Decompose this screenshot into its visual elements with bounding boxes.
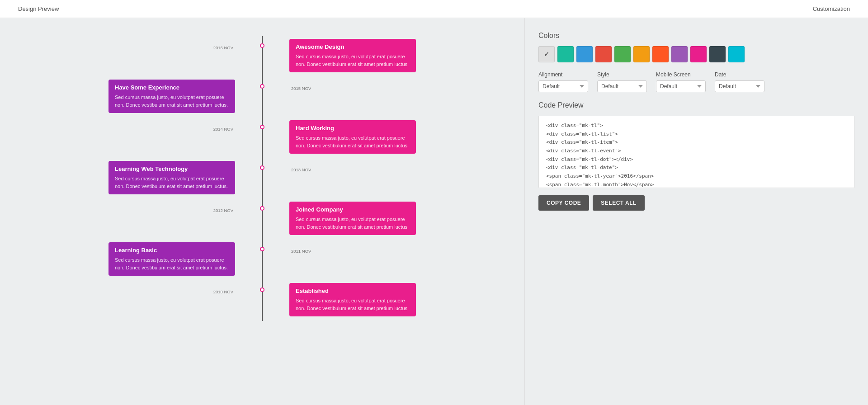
code-line: <span class="mk-tl-year">2016</span> bbox=[546, 172, 847, 181]
timeline-right-col: Awesome Design Sed cursus massa justo, e… bbox=[280, 36, 420, 72]
timeline-card: Joined Company Sed cursus massa justo, e… bbox=[289, 202, 416, 235]
timeline-card-body: Sed cursus massa justo, eu volutpat erat… bbox=[296, 297, 410, 312]
timeline-right-col: Joined Company Sed cursus massa justo, e… bbox=[280, 199, 420, 235]
dropdown-select-mobile_screen[interactable]: DefaultYesNo bbox=[656, 80, 706, 92]
color-swatch-pink[interactable] bbox=[690, 46, 707, 62]
timeline-center bbox=[244, 280, 280, 292]
timeline-left-col: 2016 NOV bbox=[104, 36, 244, 50]
dropdown-label-date: Date bbox=[715, 71, 764, 78]
timeline-date: 2012 NOV bbox=[213, 208, 235, 213]
customization-title: Customization bbox=[813, 5, 850, 12]
timeline-card-title: Learning Web Technology bbox=[115, 165, 229, 172]
timeline-card-title: Established bbox=[296, 287, 410, 294]
color-swatch-orange-red[interactable] bbox=[652, 46, 669, 62]
timeline-row: 2014 NOV Hard Working Sed cursus massa j… bbox=[104, 118, 420, 154]
timeline-card-title: Hard Working bbox=[296, 125, 410, 132]
timeline-card-body: Sed cursus massa justo, eu volutpat erat… bbox=[115, 94, 229, 108]
color-swatch-red[interactable] bbox=[595, 46, 612, 62]
timeline: 2016 NOV Awesome Design Sed cursus massa… bbox=[104, 36, 420, 321]
timeline-card: Established Sed cursus massa justo, eu v… bbox=[289, 283, 416, 316]
button-row: COPY CODE SELECT ALL bbox=[538, 195, 854, 211]
code-line: <div class="mk-tl-dot"></div> bbox=[546, 155, 847, 164]
timeline-card: Awesome Design Sed cursus massa justo, e… bbox=[289, 39, 416, 72]
timeline-dot bbox=[260, 287, 264, 292]
timeline-card-title: Learning Basic bbox=[115, 247, 229, 254]
code-line: <div class="mk-tl"> bbox=[546, 122, 847, 130]
copy-code-button[interactable]: COPY CODE bbox=[538, 195, 589, 211]
code-preview-box[interactable]: <div class="mk-tl"> <div class="mk-tl-li… bbox=[538, 116, 854, 188]
timeline-card-body: Sed cursus massa justo, eu volutpat erat… bbox=[115, 256, 229, 271]
design-preview-panel: 2016 NOV Awesome Design Sed cursus massa… bbox=[0, 18, 524, 405]
code-line: <div class="mk-tl-item"> bbox=[546, 138, 847, 147]
dropdown-group-alignment: AlignmentDefaultLeftRightCenter bbox=[538, 71, 588, 92]
dropdown-select-style[interactable]: DefaultStyle 1Style 2 bbox=[597, 80, 647, 92]
timeline-center bbox=[244, 77, 280, 89]
color-swatch-cyan[interactable] bbox=[728, 46, 745, 62]
timeline-left-col: Learning Web Technology Sed cursus massa… bbox=[104, 158, 244, 194]
color-swatch-teal[interactable] bbox=[557, 46, 574, 62]
timeline-row: 2012 NOV Joined Company Sed cursus massa… bbox=[104, 199, 420, 235]
code-line: <span class="mk-tl-month">Nov</span> bbox=[546, 181, 847, 188]
dropdown-group-style: StyleDefaultStyle 1Style 2 bbox=[597, 71, 647, 92]
timeline-date: 2014 NOV bbox=[213, 127, 235, 132]
dropdown-label-alignment: Alignment bbox=[538, 71, 588, 78]
timeline-left-col: Learning Basic Sed cursus massa justo, e… bbox=[104, 240, 244, 276]
customization-panel: Colors AlignmentDefaultLeftRightCenterSt… bbox=[524, 18, 868, 405]
timeline-center bbox=[244, 36, 280, 48]
timeline-center bbox=[244, 158, 280, 170]
colors-section-title: Colors bbox=[538, 32, 854, 40]
timeline-dot bbox=[260, 43, 264, 48]
timeline-card-body: Sed cursus massa justo, eu volutpat erat… bbox=[296, 53, 410, 68]
timeline-card: Have Some Experience Sed cursus massa ju… bbox=[108, 80, 235, 113]
timeline-date: 2010 NOV bbox=[213, 289, 235, 294]
timeline-card-title: Joined Company bbox=[296, 206, 410, 213]
timeline-card-body: Sed cursus massa justo, eu volutpat erat… bbox=[115, 175, 229, 190]
color-swatch-green[interactable] bbox=[614, 46, 631, 62]
code-preview-section: Code Preview <div class="mk-tl"> <div cl… bbox=[538, 101, 854, 188]
design-preview-title: Design Preview bbox=[18, 5, 59, 12]
dropdowns-row: AlignmentDefaultLeftRightCenterStyleDefa… bbox=[538, 71, 854, 92]
timeline-card-body: Sed cursus massa justo, eu volutpat erat… bbox=[296, 216, 410, 231]
select-all-button[interactable]: SELECT ALL bbox=[593, 195, 645, 211]
timeline-row: Learning Basic Sed cursus massa justo, e… bbox=[104, 240, 420, 276]
timeline-center bbox=[244, 118, 280, 129]
main-container: 2016 NOV Awesome Design Sed cursus massa… bbox=[0, 18, 868, 405]
dropdown-select-alignment[interactable]: DefaultLeftRightCenter bbox=[538, 80, 588, 92]
color-swatch-white-check[interactable] bbox=[538, 46, 555, 62]
dropdown-group-date: DateDefaultShowHide bbox=[715, 71, 764, 92]
timeline-dot bbox=[260, 247, 264, 251]
timeline-right-col: 2015 NOV bbox=[280, 77, 420, 91]
timeline-center bbox=[244, 240, 280, 251]
color-swatch-dark[interactable] bbox=[709, 46, 726, 62]
timeline-date: 2013 NOV bbox=[289, 167, 420, 172]
timeline-left-col: 2010 NOV bbox=[104, 280, 244, 294]
dropdown-label-style: Style bbox=[597, 71, 647, 78]
timeline-date: 2011 NOV bbox=[289, 249, 420, 254]
timeline-left-col: 2014 NOV bbox=[104, 118, 244, 132]
timeline-right-col: 2011 NOV bbox=[280, 240, 420, 254]
dropdown-label-mobile_screen: Mobile Screen bbox=[656, 71, 706, 78]
timeline-row: 2010 NOV Established Sed cursus massa ju… bbox=[104, 280, 420, 316]
code-line: <div class="mk-tl-list"> bbox=[546, 130, 847, 139]
code-line: <div class="mk-tl-event"> bbox=[546, 147, 847, 155]
timeline-date: 2016 NOV bbox=[213, 45, 235, 50]
timeline-right-col: Hard Working Sed cursus massa justo, eu … bbox=[280, 118, 420, 154]
color-swatches-row bbox=[538, 46, 854, 62]
timeline-row: Learning Web Technology Sed cursus massa… bbox=[104, 158, 420, 194]
timeline-date: 2015 NOV bbox=[289, 86, 420, 91]
dropdown-select-date[interactable]: DefaultShowHide bbox=[715, 80, 764, 92]
timeline-row: Have Some Experience Sed cursus massa ju… bbox=[104, 77, 420, 113]
timeline-card-title: Have Some Experience bbox=[115, 84, 229, 91]
timeline-dot bbox=[260, 125, 264, 129]
color-swatch-purple[interactable] bbox=[671, 46, 688, 62]
timeline-card: Learning Web Technology Sed cursus massa… bbox=[108, 161, 235, 194]
color-swatch-blue[interactable] bbox=[576, 46, 593, 62]
timeline-right-col: 2013 NOV bbox=[280, 158, 420, 172]
dropdown-group-mobile_screen: Mobile ScreenDefaultYesNo bbox=[656, 71, 706, 92]
color-swatch-yellow[interactable] bbox=[633, 46, 650, 62]
timeline-dot bbox=[260, 165, 264, 170]
timeline-dot bbox=[260, 206, 264, 211]
timeline-row: 2016 NOV Awesome Design Sed cursus massa… bbox=[104, 36, 420, 72]
timeline-left-col: Have Some Experience Sed cursus massa ju… bbox=[104, 77, 244, 113]
timeline-right-col: Established Sed cursus massa justo, eu v… bbox=[280, 280, 420, 316]
